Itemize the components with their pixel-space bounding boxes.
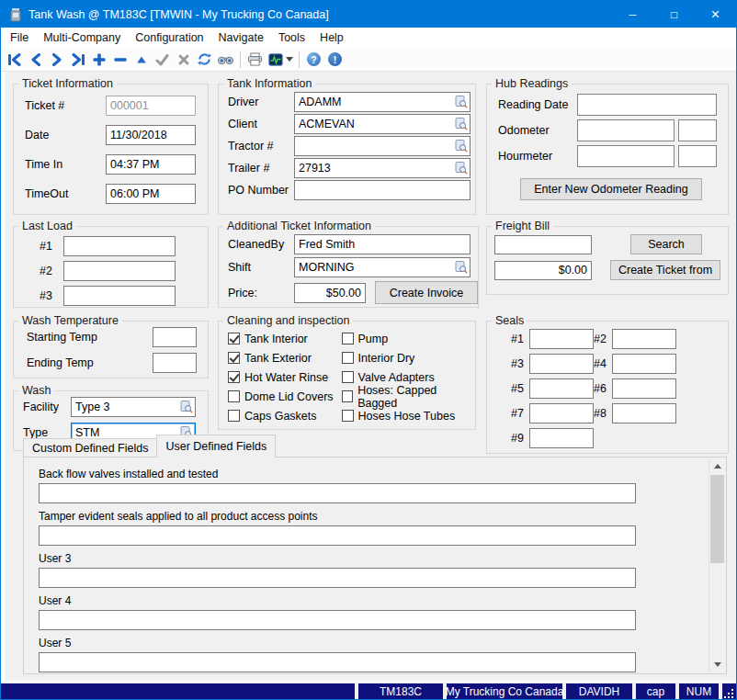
add-record-icon[interactable]: [88, 50, 109, 69]
last-load-2-field[interactable]: [63, 261, 176, 281]
remove-record-icon[interactable]: [109, 50, 130, 69]
close-button[interactable]: ×: [695, 1, 736, 28]
previous-record-icon[interactable]: [25, 50, 46, 69]
menu-tools[interactable]: Tools: [271, 28, 312, 48]
last-load-3-field[interactable]: [63, 286, 176, 306]
help-icon[interactable]: ?: [303, 50, 324, 69]
seal-4-field[interactable]: [612, 354, 676, 374]
tab-strip: Custom Defined Fields User Defined Field…: [23, 435, 276, 457]
checkbox-box: [342, 371, 354, 383]
cancel-icon[interactable]: [173, 50, 194, 69]
checkbox-pump[interactable]: Pump: [342, 329, 475, 348]
lookup-icon[interactable]: [454, 139, 468, 152]
checkbox-caps-gaskets[interactable]: Caps Gaskets: [228, 406, 342, 425]
tab-user-defined-fields[interactable]: User Defined Fields: [156, 435, 276, 457]
group-hub-readings: Hub Readings Reading Date Odometer Hourm…: [486, 77, 729, 215]
menu-help[interactable]: Help: [312, 28, 351, 48]
first-record-icon[interactable]: [4, 50, 25, 69]
minimize-button[interactable]: ─: [612, 1, 653, 28]
po-number-field[interactable]: [294, 180, 471, 200]
driver-label: Driver: [228, 96, 294, 108]
trailer-number-field[interactable]: [294, 158, 471, 178]
lookup-icon[interactable]: [454, 117, 468, 130]
menu-bar: File Multi-Company Configuration Navigat…: [1, 28, 736, 48]
checkbox-box: [342, 333, 354, 344]
tractor-number-field[interactable]: [294, 136, 471, 156]
udf-5-field[interactable]: [39, 652, 636, 672]
date-field[interactable]: [106, 125, 196, 145]
seal-5-label: #5: [500, 382, 524, 395]
seal-6-field[interactable]: [612, 378, 676, 399]
checkbox-tank-exterior[interactable]: Tank Exterior: [228, 348, 342, 367]
udf-1-field[interactable]: [39, 483, 636, 503]
group-ticket-information: Ticket Information Ticket # Date Time In…: [13, 77, 209, 215]
shift-field[interactable]: [294, 257, 471, 277]
udf-4-field[interactable]: [39, 610, 636, 630]
window-title: Tank Wash @ TM183C [TMWIN - My Trucking …: [28, 8, 612, 21]
menu-configuration[interactable]: Configuration: [128, 28, 210, 48]
client-label: Client: [228, 118, 294, 130]
status-user: DAVIDH: [566, 683, 632, 699]
refresh-icon[interactable]: [194, 50, 215, 69]
seal-2-label: #2: [583, 333, 607, 345]
search-button[interactable]: Search: [630, 234, 702, 254]
vertical-scrollbar[interactable]: [709, 458, 725, 672]
seal-9-label: #9: [500, 432, 524, 445]
print-icon[interactable]: [244, 50, 266, 69]
group-wash-temperature: Wash Temperature Starting Temp Ending Te…: [13, 314, 209, 378]
status-message-panel: [1, 683, 355, 699]
udf-3-field[interactable]: [39, 568, 636, 588]
udf-2-field[interactable]: [39, 525, 636, 546]
freight-bill-number-field[interactable]: [494, 235, 592, 254]
scroll-down-icon[interactable]: [709, 657, 725, 672]
group-additional-ticket-information: Additional Ticket Information CleanedBy …: [218, 220, 479, 308]
next-record-icon[interactable]: [46, 50, 67, 69]
time-out-field[interactable]: [106, 184, 196, 204]
toolbar: ? !: [1, 48, 736, 72]
menu-file[interactable]: File: [3, 28, 36, 48]
group-seals: Seals #1 #3 #5 #7 #9 #2 #4 #6 #8: [486, 314, 729, 454]
create-ticket-from-button[interactable]: Create Ticket from: [610, 260, 720, 280]
scroll-up-icon[interactable]: [709, 458, 725, 474]
lookup-icon[interactable]: [454, 95, 468, 108]
time-in-field[interactable]: [106, 154, 196, 175]
checkbox-dome-lid-covers[interactable]: Dome Lid Covers: [228, 387, 342, 406]
price-field[interactable]: [294, 283, 366, 303]
menu-navigate[interactable]: Navigate: [211, 28, 271, 48]
checkbox-tank-interior[interactable]: Tank Interior: [228, 329, 342, 348]
triangle-up-icon[interactable]: [130, 50, 152, 69]
menu-multi-company[interactable]: Multi-Company: [36, 28, 128, 48]
driver-field[interactable]: [294, 92, 471, 112]
seal-2-field[interactable]: [612, 329, 676, 349]
facility-field[interactable]: [71, 397, 196, 417]
checkbox-box: [228, 371, 240, 383]
create-invoice-button[interactable]: Create Invoice: [375, 281, 478, 304]
lookup-icon[interactable]: [454, 260, 468, 274]
ending-temp-field[interactable]: [153, 353, 197, 373]
scrollbar-thumb[interactable]: [710, 475, 724, 563]
ticket-number-field[interactable]: [106, 96, 196, 116]
find-binoculars-icon[interactable]: [215, 50, 236, 69]
seal-9-field[interactable]: [529, 428, 594, 448]
lookup-icon[interactable]: [454, 161, 468, 175]
status-num-indicator: NUM: [679, 683, 719, 699]
checkbox-hot-water-rinse[interactable]: Hot Water Rinse: [228, 367, 342, 387]
lookup-icon[interactable]: [179, 400, 193, 413]
accept-icon[interactable]: [152, 50, 173, 69]
tab-custom-defined-fields[interactable]: Custom Defined Fields: [23, 438, 157, 457]
checkbox-interior-dry[interactable]: Interior Dry: [342, 348, 475, 367]
maximize-button[interactable]: □: [653, 1, 695, 28]
time-in-label: Time In: [25, 158, 106, 171]
client-field[interactable]: [294, 114, 471, 134]
last-load-1-field[interactable]: [63, 236, 176, 256]
freight-bill-amount-field[interactable]: [494, 261, 592, 280]
info-icon[interactable]: !: [324, 50, 346, 69]
starting-temp-field[interactable]: [153, 327, 197, 347]
enter-new-odometer-reading-button[interactable]: Enter New Odometer Reading: [520, 178, 702, 200]
seal-8-field[interactable]: [612, 403, 676, 423]
cleaned-by-field[interactable]: [294, 234, 471, 254]
resize-grip[interactable]: [722, 683, 736, 699]
checkbox-hoses-capped-bagged[interactable]: Hoses: Capped Bagged: [342, 387, 475, 406]
last-record-icon[interactable]: [67, 50, 88, 69]
monitor-dropdown-icon[interactable]: [266, 50, 295, 69]
